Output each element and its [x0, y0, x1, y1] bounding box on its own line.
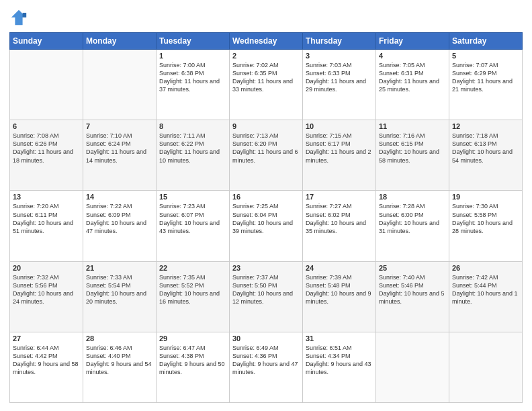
weekday-header-saturday: Saturday	[449, 33, 523, 50]
day-number: 5	[452, 52, 519, 60]
calendar-cell-w5-d3: 29Sunrise: 6:47 AM Sunset: 4:38 PM Dayli…	[157, 332, 230, 402]
cell-info: Sunrise: 7:03 AM Sunset: 6:33 PM Dayligh…	[306, 61, 373, 94]
calendar-cell-w4-d6: 25Sunrise: 7:40 AM Sunset: 5:46 PM Dayli…	[376, 261, 449, 332]
day-number: 8	[159, 122, 226, 130]
cell-info: Sunrise: 7:07 AM Sunset: 6:29 PM Dayligh…	[452, 61, 519, 94]
week-row-2: 6Sunrise: 7:08 AM Sunset: 6:26 PM Daylig…	[10, 120, 523, 191]
calendar-cell-w3-d5: 17Sunrise: 7:27 AM Sunset: 6:02 PM Dayli…	[303, 191, 376, 261]
week-row-1: 1Sunrise: 7:00 AM Sunset: 6:38 PM Daylig…	[10, 50, 523, 120]
day-number: 6	[13, 122, 80, 130]
day-number: 3	[306, 52, 373, 60]
cell-info: Sunrise: 7:37 AM Sunset: 5:50 PM Dayligh…	[232, 273, 300, 306]
cell-info: Sunrise: 7:35 AM Sunset: 5:52 PM Dayligh…	[159, 273, 226, 306]
cell-info: Sunrise: 7:22 AM Sunset: 6:09 PM Dayligh…	[86, 202, 153, 235]
weekday-header-wednesday: Wednesday	[230, 33, 303, 50]
calendar-cell-w5-d4: 30Sunrise: 6:49 AM Sunset: 4:36 PM Dayli…	[230, 332, 303, 402]
cell-info: Sunrise: 7:10 AM Sunset: 6:24 PM Dayligh…	[86, 132, 153, 165]
calendar-cell-w2-d6: 11Sunrise: 7:16 AM Sunset: 6:15 PM Dayli…	[376, 120, 449, 191]
day-number: 12	[452, 122, 519, 130]
week-row-3: 13Sunrise: 7:20 AM Sunset: 6:11 PM Dayli…	[10, 191, 523, 261]
page: SundayMondayTuesdayWednesdayThursdayFrid…	[0, 0, 532, 411]
calendar-cell-w3-d4: 16Sunrise: 7:25 AM Sunset: 6:04 PM Dayli…	[230, 191, 303, 261]
calendar-cell-w5-d5: 31Sunrise: 6:51 AM Sunset: 4:34 PM Dayli…	[303, 332, 376, 402]
calendar-cell-w5-d1: 27Sunrise: 6:44 AM Sunset: 4:42 PM Dayli…	[10, 332, 83, 402]
day-number: 26	[452, 264, 519, 272]
day-number: 23	[232, 264, 300, 272]
cell-info: Sunrise: 7:39 AM Sunset: 5:48 PM Dayligh…	[306, 273, 373, 306]
weekday-header-tuesday: Tuesday	[157, 33, 230, 50]
cell-info: Sunrise: 6:44 AM Sunset: 4:42 PM Dayligh…	[13, 344, 80, 377]
day-number: 15	[159, 193, 226, 201]
calendar-cell-w5-d2: 28Sunrise: 6:46 AM Sunset: 4:40 PM Dayli…	[83, 332, 157, 402]
day-number: 27	[13, 334, 80, 342]
calendar-cell-w3-d7: 19Sunrise: 7:30 AM Sunset: 5:58 PM Dayli…	[449, 191, 523, 261]
cell-info: Sunrise: 7:18 AM Sunset: 6:13 PM Dayligh…	[452, 132, 519, 165]
day-number: 25	[379, 264, 446, 272]
calendar-cell-w3-d2: 14Sunrise: 7:22 AM Sunset: 6:09 PM Dayli…	[83, 191, 157, 261]
logo	[9, 8, 31, 27]
calendar-cell-w2-d3: 8Sunrise: 7:11 AM Sunset: 6:22 PM Daylig…	[157, 120, 230, 191]
day-number: 30	[232, 334, 300, 342]
calendar-cell-w1-d4: 2Sunrise: 7:02 AM Sunset: 6:35 PM Daylig…	[230, 50, 303, 120]
day-number: 19	[452, 193, 519, 201]
cell-info: Sunrise: 7:25 AM Sunset: 6:04 PM Dayligh…	[232, 202, 300, 235]
cell-info: Sunrise: 7:20 AM Sunset: 6:11 PM Dayligh…	[13, 202, 80, 235]
cell-info: Sunrise: 7:08 AM Sunset: 6:26 PM Dayligh…	[13, 132, 80, 165]
calendar-cell-w3-d1: 13Sunrise: 7:20 AM Sunset: 6:11 PM Dayli…	[10, 191, 83, 261]
calendar-table: SundayMondayTuesdayWednesdayThursdayFrid…	[9, 32, 523, 403]
cell-info: Sunrise: 7:05 AM Sunset: 6:31 PM Dayligh…	[379, 61, 446, 94]
cell-info: Sunrise: 7:40 AM Sunset: 5:46 PM Dayligh…	[379, 273, 446, 306]
day-number: 10	[306, 122, 373, 130]
day-number: 24	[306, 264, 373, 272]
calendar-cell-w1-d6: 4Sunrise: 7:05 AM Sunset: 6:31 PM Daylig…	[376, 50, 449, 120]
header	[9, 8, 523, 27]
day-number: 17	[306, 193, 373, 201]
calendar-cell-w5-d6	[376, 332, 449, 402]
week-row-5: 27Sunrise: 6:44 AM Sunset: 4:42 PM Dayli…	[10, 332, 523, 402]
cell-info: Sunrise: 7:30 AM Sunset: 5:58 PM Dayligh…	[452, 202, 519, 235]
cell-info: Sunrise: 6:46 AM Sunset: 4:40 PM Dayligh…	[86, 344, 153, 377]
cell-info: Sunrise: 7:27 AM Sunset: 6:02 PM Dayligh…	[306, 202, 373, 235]
day-number: 31	[306, 334, 373, 342]
calendar-cell-w2-d5: 10Sunrise: 7:15 AM Sunset: 6:17 PM Dayli…	[303, 120, 376, 191]
calendar-cell-w1-d7: 5Sunrise: 7:07 AM Sunset: 6:29 PM Daylig…	[449, 50, 523, 120]
day-number: 1	[159, 52, 226, 60]
calendar-cell-w3-d6: 18Sunrise: 7:28 AM Sunset: 6:00 PM Dayli…	[376, 191, 449, 261]
day-number: 20	[13, 264, 80, 272]
cell-info: Sunrise: 6:49 AM Sunset: 4:36 PM Dayligh…	[232, 344, 300, 377]
cell-info: Sunrise: 7:42 AM Sunset: 5:44 PM Dayligh…	[452, 273, 519, 306]
weekday-header-sunday: Sunday	[10, 33, 83, 50]
calendar-cell-w5-d7	[449, 332, 523, 402]
calendar-cell-w1-d3: 1Sunrise: 7:00 AM Sunset: 6:38 PM Daylig…	[157, 50, 230, 120]
calendar-cell-w1-d1	[10, 50, 83, 120]
day-number: 28	[86, 334, 153, 342]
day-number: 14	[86, 193, 153, 201]
day-number: 16	[232, 193, 300, 201]
weekday-header-monday: Monday	[83, 33, 157, 50]
weekday-header-friday: Friday	[376, 33, 449, 50]
cell-info: Sunrise: 7:00 AM Sunset: 6:38 PM Dayligh…	[159, 61, 226, 94]
day-number: 21	[86, 264, 153, 272]
day-number: 22	[159, 264, 226, 272]
cell-info: Sunrise: 7:15 AM Sunset: 6:17 PM Dayligh…	[306, 132, 373, 165]
calendar-cell-w4-d3: 22Sunrise: 7:35 AM Sunset: 5:52 PM Dayli…	[157, 261, 230, 332]
calendar-cell-w1-d5: 3Sunrise: 7:03 AM Sunset: 6:33 PM Daylig…	[303, 50, 376, 120]
calendar-cell-w4-d5: 24Sunrise: 7:39 AM Sunset: 5:48 PM Dayli…	[303, 261, 376, 332]
calendar-cell-w2-d1: 6Sunrise: 7:08 AM Sunset: 6:26 PM Daylig…	[10, 120, 83, 191]
week-row-4: 20Sunrise: 7:32 AM Sunset: 5:56 PM Dayli…	[10, 261, 523, 332]
calendar-cell-w2-d4: 9Sunrise: 7:13 AM Sunset: 6:20 PM Daylig…	[230, 120, 303, 191]
day-number: 4	[379, 52, 446, 60]
cell-info: Sunrise: 6:51 AM Sunset: 4:34 PM Dayligh…	[306, 344, 373, 377]
svg-marker-1	[23, 13, 27, 17]
cell-info: Sunrise: 7:16 AM Sunset: 6:15 PM Dayligh…	[379, 132, 446, 165]
calendar-cell-w4-d7: 26Sunrise: 7:42 AM Sunset: 5:44 PM Dayli…	[449, 261, 523, 332]
calendar-cell-w2-d2: 7Sunrise: 7:10 AM Sunset: 6:24 PM Daylig…	[83, 120, 157, 191]
day-number: 11	[379, 122, 446, 130]
day-number: 7	[86, 122, 153, 130]
cell-info: Sunrise: 7:11 AM Sunset: 6:22 PM Dayligh…	[159, 132, 226, 165]
day-number: 29	[159, 334, 226, 342]
calendar-cell-w1-d2	[83, 50, 157, 120]
cell-info: Sunrise: 7:32 AM Sunset: 5:56 PM Dayligh…	[13, 273, 80, 306]
day-number: 13	[13, 193, 80, 201]
weekday-header-row: SundayMondayTuesdayWednesdayThursdayFrid…	[10, 33, 523, 50]
